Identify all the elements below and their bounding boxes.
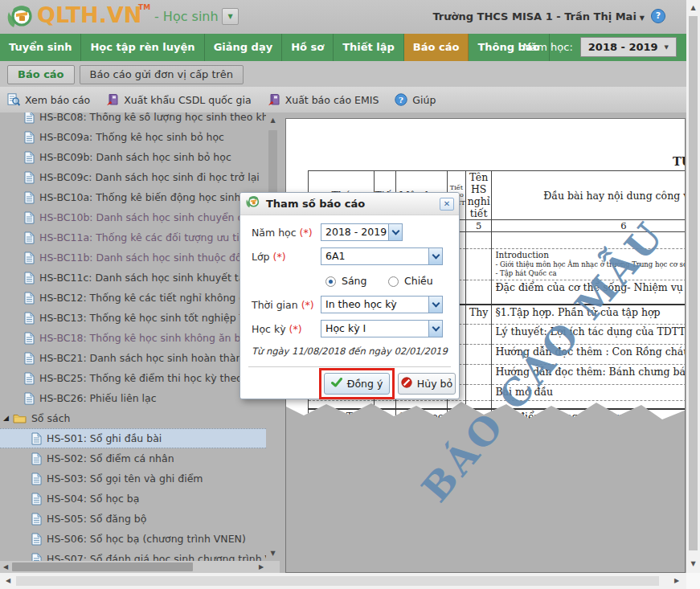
toolbar-xuat-khau-csdl-quoc-gia[interactable]: Xuất khẩu CSDL quốc gia [106,93,251,106]
nav-tab-ho-so[interactable]: Hồ sơ [282,34,334,61]
document-icon [31,533,42,546]
toolbar-xem-bao-cao[interactable]: Xem báo cáo [7,93,90,106]
page-horizontal-scrollbar[interactable]: ◀ ▶ [0,573,686,589]
module-dropdown-button[interactable]: ▼ [222,8,239,25]
tree-item-hs-bc18[interactable]: HS-BC18: Thống kê học sinh không ăn bán … [0,328,266,348]
page-vscroll-thumb[interactable] [689,16,698,550]
document-icon [24,112,35,124]
toolbar-giup[interactable]: ?Giúp [395,93,436,106]
tree-item-hs-bc13[interactable]: HS-BC13: Thống kê học sinh tốt nghiệp TH… [0,308,266,328]
tree-item-hs-bc08[interactable]: HS-BC08: Thống kê số lượng học sinh theo… [0,112,266,127]
tree-item-hs-bc11c[interactable]: HS-BC11c: Danh sách học sinh khuyết tật [0,268,266,288]
tree-item-hs-bc25[interactable]: HS-BC25: Thống kê điểm thi học kỳ theo k… [0,368,266,388]
tree-item-so-sach[interactable]: ◢Sổ sách [0,408,266,428]
huy-bo-button[interactable]: Hủy bỏ [398,373,456,395]
dropdown-arrow-icon[interactable] [428,321,442,337]
scroll-right-arrow-icon[interactable]: ▶ [670,573,683,589]
tree-item-label: HS-BC25: Thống kê điểm thi học kỳ theo k… [39,368,266,388]
report-cell: 3 [375,409,395,436]
tree-item-hs-s04[interactable]: HS-S04: Sổ học bạ [0,489,266,509]
tree-item-hs-bc09a[interactable]: HS-BC09a: Thống kê học sinh bỏ học [0,127,266,147]
year-select[interactable]: 2018 - 2019 [321,223,403,241]
tree-item-hs-bc10a[interactable]: HS-BC10a: Thống kê biến động học sinh to… [0,187,266,207]
tree-item-hs-bc09b[interactable]: HS-BC09b: Danh sách học sinh bỏ học [0,147,266,167]
subtab-bao-cao[interactable]: Báo cáo [7,65,75,84]
main-navbar: Tuyển sinhHọc tập rèn luyệnGiảng dạyHồ s… [0,34,686,61]
toolbar-label: Xuất báo cáo EMIS [285,94,379,106]
brand-tm: TM [138,3,150,11]
brand-logo-icon [6,2,35,35]
tree-item-hs-s07[interactable]: HS-S07: Sổ đánh giá học sinh chương trìn… [0,549,266,561]
tree-expanded-icon[interactable]: ◢ [3,408,9,428]
scroll-left-arrow-icon[interactable]: ◀ [0,561,11,573]
page-vertical-scrollbar[interactable]: ▲ ▼ [686,0,700,573]
tree-item-label: HS-S01: Sổ ghi đầu bài [47,428,162,448]
nav-tab-hoc-tap-ren-luyen[interactable]: Học tập rèn luyện [81,34,204,61]
tree-item-label: HS-BC26: Phiếu liên lạc [39,388,157,408]
page-hscroll-thumb[interactable] [16,576,659,586]
dropdown-arrow-icon[interactable] [428,297,442,313]
tree-item-hs-bc21[interactable]: HS-BC21: Danh sách học sinh hoàn thành c… [0,348,266,368]
cancel-icon [401,377,412,391]
nav-tab-giang-day[interactable]: Giảng dạy [205,34,283,61]
tree-item-hs-s03[interactable]: HS-S03: Sổ gọi tên và ghi điểm [0,468,266,489]
tree-item-label: HS-S03: Sổ gọi tên và ghi điểm [47,468,203,489]
document-icon [24,231,35,244]
tree-item-label: HS-S06: Sổ học bạ (chương trình VNEN) [47,529,246,549]
tree-item-hs-bc12[interactable]: HS-BC12: Thống kê các tiết nghỉ không có… [0,288,266,308]
school-user-menu[interactable]: Trường THCS MISA 1 - Trần Thị Mai▼ [432,10,645,22]
class-field-label: Lớp (*) [252,251,286,263]
document-icon [24,131,35,144]
report-cell [447,401,465,409]
scroll-right-arrow-icon[interactable]: ▶ [256,561,267,573]
radio-sang[interactable] [325,276,336,287]
user-caret-icon: ▼ [640,14,645,22]
tree-item-hs-bc11b[interactable]: HS-BC11b: Danh sách học sinh thuộc đối t… [0,247,266,268]
scroll-down-arrow-icon[interactable]: ▼ [266,547,280,559]
tree-item-label: HS-BC09b: Danh sách học sinh bỏ học [39,147,231,167]
toolbar-xuat-bao-cao-emis[interactable]: Xuất báo cáo EMIS [268,93,379,106]
report-cell: Sinh học [395,409,447,436]
school-year-select[interactable]: 2018 - 2019▼ [580,37,677,57]
school-year-label: Năm học: [523,41,573,53]
tree-item-label: HS-BC10b: Danh sách học sinh chuyển đi, … [39,207,266,227]
tree-hscroll-thumb[interactable] [12,562,193,571]
scroll-left-arrow-icon[interactable]: ◀ [2,573,14,589]
report-col-number: 5 [465,220,491,232]
class-select[interactable]: 6A1 [321,247,443,265]
dialog-separator [248,366,451,367]
semester-select[interactable]: Học kỳ I [321,320,443,337]
tree-item-hs-s06[interactable]: HS-S06: Sổ học bạ (chương trình VNEN) [0,529,266,549]
dialog-title: Tham số báo cáo [266,198,365,210]
export-icon [106,93,119,106]
dropdown-arrow-icon[interactable] [388,224,402,240]
time-select[interactable]: In theo học kỳ [321,296,443,313]
tree-item-hs-s02[interactable]: HS-S02: Sổ điểm cá nhân [0,448,266,468]
tree-item-hs-s05[interactable]: HS-S05: Sổ đăng bộ [0,509,266,529]
radio-chieu[interactable] [388,276,399,287]
toolbar-label: Giúp [412,94,436,106]
dialog-titlebar[interactable]: Tham số báo cáo ✕ [240,193,459,215]
tree-item-hs-bc10b[interactable]: HS-BC10b: Danh sách học sinh chuyển đi, … [0,207,266,227]
tree-horizontal-scrollbar[interactable]: ◀ ▶ [0,561,280,573]
nav-tab-thiet-lap[interactable]: Thiết lập [334,34,404,61]
tree-item-label: HS-BC21: Danh sách học sinh hoàn thành c… [39,348,266,368]
tree-item-hs-bc26[interactable]: HS-BC26: Phiếu liên lạc [0,388,266,408]
radio-sang-label[interactable]: Sáng [342,275,366,287]
help-icon[interactable]: ? [651,9,665,23]
report-cell [465,325,491,345]
radio-chieu-label[interactable]: Chiều [404,275,433,287]
dropdown-arrow-icon[interactable] [428,248,442,264]
nav-tab-tuyen-sinh[interactable]: Tuyển sinh [0,34,81,61]
close-icon[interactable]: ✕ [440,198,454,211]
tree-item-label: HS-BC09c: Danh sách học sinh đi học trở … [39,167,260,187]
tree-item-hs-s01[interactable]: HS-S01: Sổ ghi đầu bài [0,428,266,448]
document-icon [24,292,35,305]
tree-item-hs-bc11a[interactable]: HS-BC11a: Thống kê các đối tượng ưu tiên… [0,227,266,247]
nav-tab-bao-cao[interactable]: Báo cáo [404,34,469,61]
tree-item-hs-bc09c[interactable]: HS-BC09c: Danh sách học sinh đi học trở … [0,167,266,187]
scroll-down-arrow-icon[interactable]: ▼ [686,558,700,570]
scroll-up-arrow-icon[interactable]: ▲ [686,2,700,14]
subtab-bao-cao-gui-don-vi-cap-tren[interactable]: Báo cáo gửi đơn vị cấp trên [80,65,244,84]
scroll-up-arrow-icon[interactable]: ▲ [266,114,280,126]
